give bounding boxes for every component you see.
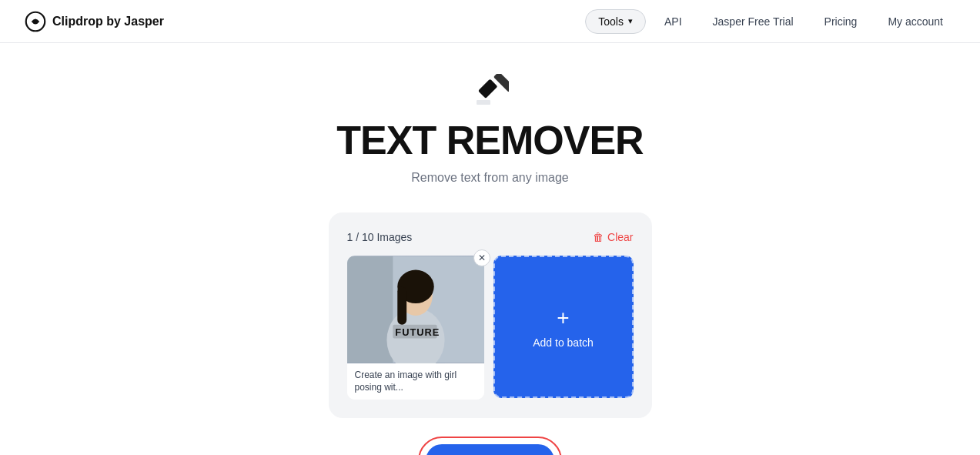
text-remover-icon (472, 74, 509, 111)
add-batch-label: Add to batch (533, 336, 594, 349)
clipdrop-logo-icon (25, 11, 46, 32)
svg-rect-9 (397, 286, 406, 324)
plus-icon: + (557, 306, 569, 330)
svg-rect-5 (347, 256, 393, 363)
svg-rect-2 (493, 74, 509, 92)
navbar: Clipdrop by Jasper Tools ▾ API Jasper Fr… (0, 0, 980, 43)
page-title: TEXT REMOVER (336, 117, 643, 163)
clear-label: Clear (607, 231, 633, 243)
tools-label: Tools (598, 15, 624, 28)
image-preview: FUTURE (347, 256, 484, 363)
main-content: TEXT REMOVER Remove text from any image … (0, 43, 980, 455)
preview-svg: FUTURE (347, 256, 484, 363)
remove-text-button[interactable]: Remove text (426, 444, 554, 455)
logo-link[interactable]: Clipdrop by Jasper (25, 11, 164, 32)
image-caption: Create an image with girl posing wit... (347, 363, 484, 400)
upload-card: 1 / 10 Images 🗑 Clear ✕ (329, 212, 652, 418)
trial-link[interactable]: Jasper Free Trial (701, 9, 806, 34)
add-to-batch-tile[interactable]: + Add to batch (493, 256, 634, 398)
chevron-down-icon: ▾ (628, 16, 633, 26)
account-link[interactable]: My account (875, 9, 955, 34)
svg-text:FUTURE: FUTURE (395, 326, 440, 338)
logo-text: Clipdrop by Jasper (52, 15, 164, 28)
page-subtitle: Remove text from any image (411, 171, 569, 185)
tools-button[interactable]: Tools ▾ (585, 9, 646, 34)
pricing-link[interactable]: Pricing (812, 9, 870, 34)
svg-rect-1 (478, 79, 497, 98)
image-tile: ✕ (347, 256, 484, 400)
images-row: ✕ (347, 256, 634, 400)
trash-icon: 🗑 (593, 231, 604, 243)
remove-text-wrapper: Remove text (418, 437, 562, 455)
remove-image-button[interactable]: ✕ (473, 249, 490, 266)
api-link[interactable]: API (652, 9, 694, 34)
image-count: 1 / 10 Images (347, 231, 413, 243)
svg-rect-3 (477, 100, 490, 105)
clear-button[interactable]: 🗑 Clear (593, 231, 633, 243)
card-header: 1 / 10 Images 🗑 Clear (347, 231, 634, 243)
nav-right: Tools ▾ API Jasper Free Trial Pricing My… (585, 9, 955, 34)
